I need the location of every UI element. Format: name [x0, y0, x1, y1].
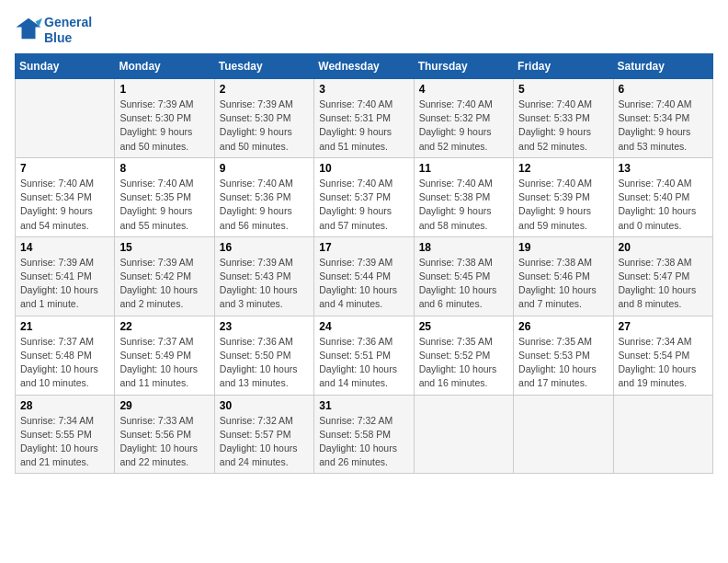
day-number: 30 — [220, 399, 309, 412]
col-header-saturday: Saturday — [613, 54, 712, 79]
day-info: Sunrise: 7:39 AMSunset: 5:41 PMDaylight:… — [20, 256, 109, 312]
day-number: 2 — [220, 83, 309, 96]
day-info: Sunrise: 7:40 AMSunset: 5:34 PMDaylight:… — [619, 98, 708, 154]
day-number: 24 — [319, 320, 408, 333]
col-header-tuesday: Tuesday — [214, 54, 313, 79]
day-info: Sunrise: 7:37 AMSunset: 5:49 PMDaylight:… — [119, 335, 209, 391]
day-number: 3 — [319, 83, 408, 96]
day-info: Sunrise: 7:36 AMSunset: 5:51 PMDaylight:… — [319, 335, 408, 391]
logo-icon — [15, 15, 42, 42]
calendar-cell: 8Sunrise: 7:40 AMSunset: 5:35 PMDaylight… — [115, 157, 214, 236]
calendar-cell: 6Sunrise: 7:40 AMSunset: 5:34 PMDaylight… — [613, 79, 712, 158]
day-info: Sunrise: 7:37 AMSunset: 5:48 PMDaylight:… — [20, 335, 109, 391]
day-number: 19 — [518, 241, 608, 254]
calendar-cell: 7Sunrise: 7:40 AMSunset: 5:34 PMDaylight… — [16, 157, 115, 236]
day-number: 21 — [20, 320, 109, 333]
calendar-cell: 23Sunrise: 7:36 AMSunset: 5:50 PMDayligh… — [214, 316, 313, 395]
day-number: 7 — [20, 162, 109, 175]
calendar-cell: 30Sunrise: 7:32 AMSunset: 5:57 PMDayligh… — [214, 395, 313, 474]
calendar-cell: 2Sunrise: 7:39 AMSunset: 5:30 PMDaylight… — [214, 79, 313, 158]
day-number: 11 — [419, 162, 508, 175]
calendar-cell: 15Sunrise: 7:39 AMSunset: 5:42 PMDayligh… — [115, 236, 214, 316]
logo-text-line2: Blue — [44, 30, 92, 46]
col-header-thursday: Thursday — [414, 54, 513, 79]
day-number: 4 — [419, 83, 508, 96]
calendar-cell — [514, 395, 613, 474]
day-info: Sunrise: 7:38 AMSunset: 5:47 PMDaylight:… — [619, 256, 708, 312]
calendar-cell: 5Sunrise: 7:40 AMSunset: 5:33 PMDaylight… — [514, 79, 613, 158]
day-info: Sunrise: 7:39 AMSunset: 5:30 PMDaylight:… — [220, 98, 309, 154]
day-number: 20 — [619, 241, 708, 254]
day-info: Sunrise: 7:40 AMSunset: 5:40 PMDaylight:… — [619, 177, 708, 233]
day-info: Sunrise: 7:40 AMSunset: 5:36 PMDaylight:… — [220, 177, 309, 233]
col-header-sunday: Sunday — [16, 54, 115, 79]
day-info: Sunrise: 7:40 AMSunset: 5:39 PMDaylight:… — [518, 177, 608, 233]
day-info: Sunrise: 7:40 AMSunset: 5:35 PMDaylight:… — [119, 177, 209, 233]
day-number: 6 — [619, 83, 708, 96]
day-number: 8 — [119, 162, 209, 175]
day-info: Sunrise: 7:39 AMSunset: 5:30 PMDaylight:… — [119, 98, 209, 154]
calendar-cell: 3Sunrise: 7:40 AMSunset: 5:31 PMDaylight… — [314, 79, 414, 158]
col-header-monday: Monday — [115, 54, 214, 79]
calendar-cell: 31Sunrise: 7:32 AMSunset: 5:58 PMDayligh… — [314, 395, 414, 474]
calendar-cell: 26Sunrise: 7:35 AMSunset: 5:53 PMDayligh… — [514, 316, 613, 395]
day-info: Sunrise: 7:40 AMSunset: 5:32 PMDaylight:… — [419, 98, 508, 154]
day-info: Sunrise: 7:35 AMSunset: 5:52 PMDaylight:… — [419, 335, 508, 391]
calendar-cell — [613, 395, 712, 474]
day-info: Sunrise: 7:39 AMSunset: 5:43 PMDaylight:… — [220, 256, 309, 312]
day-info: Sunrise: 7:40 AMSunset: 5:33 PMDaylight:… — [518, 98, 608, 154]
day-number: 18 — [419, 241, 508, 254]
calendar-table: SundayMondayTuesdayWednesdayThursdayFrid… — [15, 53, 713, 474]
col-header-friday: Friday — [514, 54, 613, 79]
calendar-cell: 4Sunrise: 7:40 AMSunset: 5:32 PMDaylight… — [414, 79, 513, 158]
day-number: 15 — [119, 241, 209, 254]
day-number: 23 — [220, 320, 309, 333]
calendar-cell: 12Sunrise: 7:40 AMSunset: 5:39 PMDayligh… — [514, 157, 613, 236]
calendar-cell — [16, 79, 115, 158]
calendar-cell: 24Sunrise: 7:36 AMSunset: 5:51 PMDayligh… — [314, 316, 414, 395]
calendar-cell: 20Sunrise: 7:38 AMSunset: 5:47 PMDayligh… — [613, 236, 712, 316]
calendar-cell: 1Sunrise: 7:39 AMSunset: 5:30 PMDaylight… — [115, 79, 214, 158]
day-number: 9 — [220, 162, 309, 175]
day-info: Sunrise: 7:40 AMSunset: 5:38 PMDaylight:… — [419, 177, 508, 233]
calendar-cell: 10Sunrise: 7:40 AMSunset: 5:37 PMDayligh… — [314, 157, 414, 236]
day-info: Sunrise: 7:38 AMSunset: 5:45 PMDaylight:… — [419, 256, 508, 312]
day-number: 5 — [518, 83, 608, 96]
day-info: Sunrise: 7:40 AMSunset: 5:37 PMDaylight:… — [319, 177, 408, 233]
day-info: Sunrise: 7:35 AMSunset: 5:53 PMDaylight:… — [518, 335, 608, 391]
day-info: Sunrise: 7:32 AMSunset: 5:58 PMDaylight:… — [319, 414, 408, 470]
calendar-cell: 21Sunrise: 7:37 AMSunset: 5:48 PMDayligh… — [16, 316, 115, 395]
calendar-cell: 16Sunrise: 7:39 AMSunset: 5:43 PMDayligh… — [214, 236, 313, 316]
col-header-wednesday: Wednesday — [314, 54, 414, 79]
day-number: 14 — [20, 241, 109, 254]
day-info: Sunrise: 7:36 AMSunset: 5:50 PMDaylight:… — [220, 335, 309, 391]
day-info: Sunrise: 7:39 AMSunset: 5:42 PMDaylight:… — [119, 256, 209, 312]
day-info: Sunrise: 7:40 AMSunset: 5:34 PMDaylight:… — [20, 177, 109, 233]
day-number: 28 — [20, 399, 109, 412]
page-header: General Blue — [15, 15, 713, 46]
day-number: 13 — [619, 162, 708, 175]
day-info: Sunrise: 7:40 AMSunset: 5:31 PMDaylight:… — [319, 98, 408, 154]
calendar-cell: 11Sunrise: 7:40 AMSunset: 5:38 PMDayligh… — [414, 157, 513, 236]
logo-text-line1: General — [44, 15, 92, 30]
day-info: Sunrise: 7:32 AMSunset: 5:57 PMDaylight:… — [220, 414, 309, 470]
calendar-cell: 27Sunrise: 7:34 AMSunset: 5:54 PMDayligh… — [613, 316, 712, 395]
day-number: 27 — [619, 320, 708, 333]
day-number: 29 — [119, 399, 209, 412]
calendar-cell: 19Sunrise: 7:38 AMSunset: 5:46 PMDayligh… — [514, 236, 613, 316]
day-number: 26 — [518, 320, 608, 333]
day-number: 16 — [220, 241, 309, 254]
calendar-cell — [414, 395, 513, 474]
day-info: Sunrise: 7:34 AMSunset: 5:55 PMDaylight:… — [20, 414, 109, 470]
day-number: 22 — [119, 320, 209, 333]
day-info: Sunrise: 7:38 AMSunset: 5:46 PMDaylight:… — [518, 256, 608, 312]
calendar-cell: 17Sunrise: 7:39 AMSunset: 5:44 PMDayligh… — [314, 236, 414, 316]
calendar-cell: 29Sunrise: 7:33 AMSunset: 5:56 PMDayligh… — [115, 395, 214, 474]
calendar-cell: 14Sunrise: 7:39 AMSunset: 5:41 PMDayligh… — [16, 236, 115, 316]
calendar-cell: 13Sunrise: 7:40 AMSunset: 5:40 PMDayligh… — [613, 157, 712, 236]
calendar-cell: 18Sunrise: 7:38 AMSunset: 5:45 PMDayligh… — [414, 236, 513, 316]
day-number: 10 — [319, 162, 408, 175]
calendar-cell: 22Sunrise: 7:37 AMSunset: 5:49 PMDayligh… — [115, 316, 214, 395]
day-number: 1 — [119, 83, 209, 96]
day-number: 12 — [518, 162, 608, 175]
